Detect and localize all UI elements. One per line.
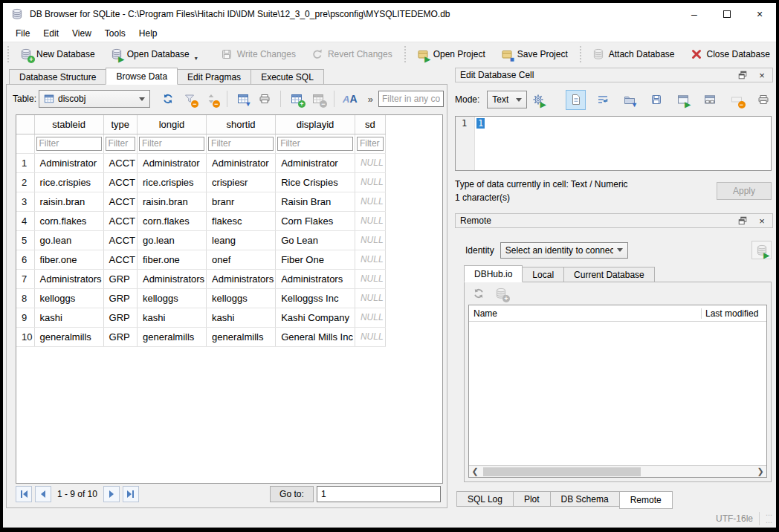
column-header-longid[interactable]: longid bbox=[137, 115, 206, 134]
next-page-button[interactable] bbox=[103, 486, 120, 502]
goto-button[interactable]: Go to: bbox=[270, 486, 314, 502]
dock-close-icon[interactable]: × bbox=[756, 215, 768, 227]
column-header-stableid[interactable]: stableid bbox=[34, 115, 103, 134]
cell-sd[interactable]: NULL bbox=[355, 327, 385, 346]
menu-edit[interactable]: Edit bbox=[36, 25, 65, 42]
cell-displayid[interactable]: Kashi Company bbox=[276, 308, 355, 327]
cell-sd[interactable]: NULL bbox=[355, 250, 385, 269]
tab-current-database[interactable]: Current Database bbox=[563, 267, 655, 282]
cell-longid[interactable]: corn.flakes bbox=[137, 211, 206, 230]
tab-execute-sql[interactable]: Execute SQL bbox=[250, 69, 324, 85]
cell-type[interactable]: ACCT bbox=[103, 172, 137, 192]
table-row[interactable]: 3 raisin.bran ACCT raisin.bran branr Rai… bbox=[16, 192, 385, 211]
cell-displayid[interactable]: General Mills Inc bbox=[276, 327, 355, 346]
link-button[interactable] bbox=[699, 90, 720, 110]
dock-float-icon[interactable] bbox=[737, 215, 749, 227]
scrollbar-thumb[interactable] bbox=[483, 467, 641, 476]
row-number[interactable]: 7 bbox=[16, 269, 34, 288]
menu-help[interactable]: Help bbox=[132, 25, 164, 42]
font-button[interactable]: AA bbox=[340, 89, 360, 108]
encoding-label[interactable]: UTF-16le bbox=[716, 513, 753, 524]
cell-shortid[interactable]: flakesc bbox=[207, 211, 276, 230]
close-button[interactable]: × bbox=[743, 4, 776, 25]
dock-tab-db-schema[interactable]: DB Schema bbox=[550, 491, 620, 507]
cell-shortid[interactable]: crispiesr bbox=[207, 172, 276, 192]
cell-shortid[interactable]: Administrator bbox=[207, 153, 276, 172]
clear-sorting-button[interactable]: − bbox=[201, 89, 221, 108]
open-database-dropdown-icon[interactable]: ▾ bbox=[195, 55, 198, 64]
filter-input-sd[interactable] bbox=[357, 137, 384, 151]
table-row[interactable]: 1 Administrator ACCT Administrator Admin… bbox=[16, 153, 385, 172]
maximize-button[interactable] bbox=[711, 4, 743, 25]
cell-longid[interactable]: Administrator bbox=[137, 153, 206, 172]
cell-shortid[interactable]: onef bbox=[207, 250, 276, 269]
cell-editor[interactable]: 1 1 bbox=[455, 116, 772, 171]
cell-stableid[interactable]: raisin.bran bbox=[34, 192, 103, 211]
cell-shortid[interactable]: kashi bbox=[207, 308, 276, 327]
filter-input-longid[interactable] bbox=[139, 137, 204, 151]
cell-stableid[interactable]: Administrator bbox=[34, 153, 103, 172]
cell-stableid[interactable]: rice.crispies bbox=[34, 172, 103, 192]
toolbar-overflow-icon[interactable]: » bbox=[368, 94, 373, 105]
tab-database-structure[interactable]: Database Structure bbox=[9, 69, 106, 85]
cell-longid[interactable]: raisin.bran bbox=[137, 192, 206, 211]
cell-stableid[interactable]: kelloggs bbox=[34, 288, 103, 308]
cell-longid[interactable]: rice.crispies bbox=[137, 172, 206, 192]
table-row[interactable]: 8 kelloggs GRP kelloggs kelloggs Kellogg… bbox=[16, 288, 385, 308]
attach-database-button[interactable]: Attach Database bbox=[584, 45, 682, 64]
column-header-type[interactable]: type bbox=[103, 115, 137, 134]
menu-view[interactable]: View bbox=[65, 25, 98, 42]
refresh-button[interactable] bbox=[158, 89, 178, 108]
auto-apply-button[interactable]: ▶ bbox=[531, 90, 545, 110]
cell-shortid[interactable]: kelloggs bbox=[207, 288, 276, 308]
cell-displayid[interactable]: Administrator bbox=[276, 153, 355, 172]
identity-selector[interactable]: Select an identity to connect bbox=[500, 242, 628, 259]
cell-sd[interactable]: NULL bbox=[355, 230, 385, 250]
goto-input[interactable] bbox=[317, 486, 441, 502]
cell-stableid[interactable]: kashi bbox=[34, 308, 103, 327]
print-cell-button[interactable] bbox=[753, 90, 773, 110]
cell-sd[interactable]: NULL bbox=[355, 269, 385, 288]
cell-sd[interactable]: NULL bbox=[355, 153, 385, 172]
editor-content[interactable]: 1 bbox=[475, 117, 771, 170]
cell-sd[interactable]: NULL bbox=[355, 172, 385, 192]
previous-page-button[interactable] bbox=[35, 486, 51, 502]
cell-sd[interactable]: NULL bbox=[355, 288, 385, 308]
cell-longid[interactable]: fiber.one bbox=[137, 250, 206, 269]
cell-shortid[interactable]: generalmills bbox=[207, 327, 276, 346]
cell-type[interactable]: GRP bbox=[103, 308, 137, 327]
table-row[interactable]: 5 go.lean ACCT go.lean leang Go Lean NUL… bbox=[16, 230, 385, 250]
cell-type[interactable]: GRP bbox=[103, 269, 137, 288]
cell-displayid[interactable]: Fiber One bbox=[276, 250, 355, 269]
row-number[interactable]: 2 bbox=[16, 172, 34, 192]
filter-any-column-input[interactable] bbox=[378, 91, 444, 107]
cell-longid[interactable]: kelloggs bbox=[137, 288, 206, 308]
cell-longid[interactable]: Administrators bbox=[137, 269, 206, 288]
row-number[interactable]: 4 bbox=[16, 211, 34, 230]
cell-stableid[interactable]: go.lean bbox=[34, 230, 103, 250]
table-selector[interactable]: discobj bbox=[39, 90, 150, 108]
minimize-button[interactable]: – bbox=[678, 4, 711, 25]
cell-type[interactable]: ACCT bbox=[103, 192, 137, 211]
import-cell-button[interactable]: ▾ bbox=[619, 90, 639, 110]
mode-selector[interactable]: Text bbox=[487, 91, 527, 108]
table-row[interactable]: 9 kashi GRP kashi kashi Kashi Company NU… bbox=[16, 308, 385, 327]
save-table-button[interactable]: ▾ bbox=[233, 89, 253, 108]
cell-sd[interactable]: NULL bbox=[355, 308, 385, 327]
cell-type[interactable]: ACCT bbox=[103, 230, 137, 250]
table-row[interactable]: 10 generalmills GRP generalmills general… bbox=[16, 327, 385, 346]
cell-sd[interactable]: NULL bbox=[355, 211, 385, 230]
dock-tab-remote[interactable]: Remote bbox=[619, 491, 673, 509]
row-number[interactable]: 3 bbox=[16, 192, 34, 211]
cell-sd[interactable]: NULL bbox=[355, 192, 385, 211]
column-header-name[interactable]: Name bbox=[469, 308, 701, 319]
cell-shortid[interactable]: leang bbox=[207, 230, 276, 250]
tab-browse-data[interactable]: Browse Data bbox=[106, 68, 178, 85]
table-row[interactable]: 7 Administrators GRP Administrators Admi… bbox=[16, 269, 385, 288]
table-row[interactable]: 6 fiber.one ACCT fiber.one onef Fiber On… bbox=[16, 250, 385, 269]
row-number[interactable]: 10 bbox=[16, 327, 34, 346]
cell-longid[interactable]: kashi bbox=[137, 308, 206, 327]
table-row[interactable]: 2 rice.crispies ACCT rice.crispies crisp… bbox=[16, 172, 385, 192]
menu-file[interactable]: File bbox=[9, 25, 36, 42]
cell-stableid[interactable]: Administrators bbox=[34, 269, 103, 288]
